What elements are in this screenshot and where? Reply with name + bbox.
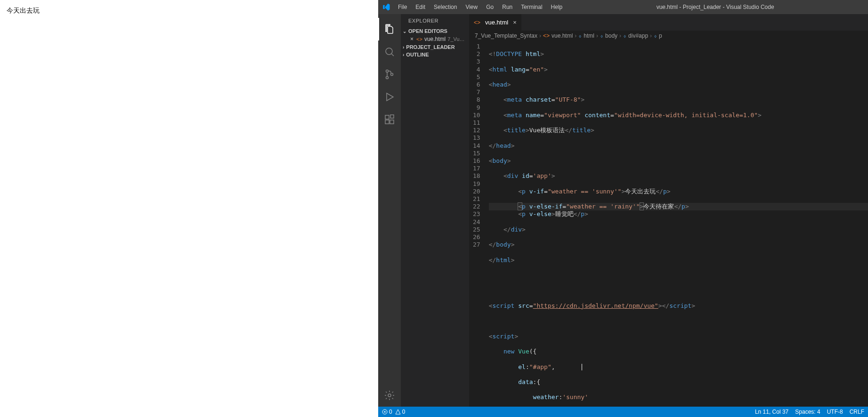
svg-point-2 <box>386 77 389 79</box>
activity-extensions-icon[interactable] <box>378 108 401 131</box>
svg-rect-7 <box>390 115 394 118</box>
status-encoding[interactable]: UTF-8 <box>827 409 843 415</box>
tab-bar: <> vue.html × <box>469 14 868 31</box>
window-title: vue.html - Project_Leader - Visual Studi… <box>566 4 864 10</box>
section-outline[interactable]: ›OUTLINE <box>401 51 469 58</box>
html-file-icon: <> <box>474 19 480 26</box>
activity-scm-icon[interactable] <box>378 63 401 86</box>
status-eol[interactable]: CRLF <box>850 409 864 415</box>
chevron-right-icon: › <box>403 45 404 50</box>
menu-bar: File Edit Selection View Go Run Terminal… <box>394 2 566 12</box>
svg-rect-4 <box>385 115 389 119</box>
crumb-file: <>vue.html <box>543 32 573 39</box>
menu-run[interactable]: Run <box>498 2 516 12</box>
svg-rect-6 <box>390 120 394 124</box>
breadcrumb[interactable]: 7_Vue_Template_Syntax› <>vue.html› ⬨html… <box>469 31 868 41</box>
editor-area: <> vue.html × 7_Vue_Template_Syntax› <>v… <box>469 14 868 407</box>
activity-settings-icon[interactable] <box>378 384 401 407</box>
activity-bar <box>378 14 401 407</box>
browser-preview-pane: 今天出去玩 <box>0 0 378 417</box>
crumb-folder: 7_Vue_Template_Syntax <box>475 32 537 39</box>
tag-icon: ⬨ <box>654 32 657 39</box>
svg-point-8 <box>388 394 391 397</box>
line-numbers: 1234567891011121314151617181920212223242… <box>469 41 489 407</box>
activity-debug-icon[interactable] <box>378 86 401 108</box>
menu-go[interactable]: Go <box>482 2 497 12</box>
status-bar: 0 0 Ln 11, Col 37 Spaces: 4 UTF-8 CRLF <box>378 407 868 417</box>
tag-icon: ⬨ <box>623 32 626 39</box>
text-cursor <box>582 364 582 370</box>
tab-vue-html[interactable]: <> vue.html × <box>469 14 521 31</box>
crumb-p: ⬨p <box>654 32 662 39</box>
html-file-icon: <> <box>543 32 550 39</box>
svg-point-1 <box>386 70 389 72</box>
section-open-editors[interactable]: ⌄OPEN EDITORS <box>401 27 469 35</box>
close-icon[interactable]: × <box>410 36 414 42</box>
preview-text: 今天出去玩 <box>7 7 40 14</box>
html-file-icon: <> <box>416 36 422 42</box>
tab-label: vue.html <box>485 19 508 26</box>
menu-file[interactable]: File <box>394 2 411 12</box>
crumb-div: ⬨div#app <box>623 32 648 39</box>
crumb-html: ⬨html <box>578 32 594 39</box>
chevron-down-icon: ⌄ <box>403 29 406 34</box>
open-editor-item[interactable]: × <> vue.html 7_Vue_Te... <box>401 35 469 43</box>
menu-terminal[interactable]: Terminal <box>517 2 546 12</box>
chevron-right-icon: › <box>403 52 404 57</box>
open-editor-filename: vue.html <box>424 36 446 42</box>
code-content[interactable]: <!DOCTYPE html> <html lang="en"> <head> … <box>489 41 868 407</box>
crumb-body: ⬨body <box>600 32 617 39</box>
menu-view[interactable]: View <box>462 2 481 12</box>
activity-search-icon[interactable] <box>378 40 401 63</box>
tag-icon: ⬨ <box>578 32 582 39</box>
status-ln-col[interactable]: Ln 11, Col 37 <box>755 409 788 415</box>
sidebar: EXPLORER ⌄OPEN EDITORS × <> vue.html 7_V… <box>401 14 469 407</box>
svg-point-0 <box>386 48 392 55</box>
svg-rect-5 <box>385 120 389 124</box>
vscode-logo-icon <box>382 3 390 11</box>
activity-explorer-icon[interactable] <box>378 18 401 40</box>
menu-edit[interactable]: Edit <box>412 2 429 12</box>
vscode-window: File Edit Selection View Go Run Terminal… <box>378 0 868 417</box>
status-spaces[interactable]: Spaces: 4 <box>795 409 820 415</box>
section-project[interactable]: ›PROJECT_LEADER <box>401 43 469 51</box>
titlebar: File Edit Selection View Go Run Terminal… <box>378 0 868 14</box>
tab-close-icon[interactable]: × <box>513 19 517 26</box>
menu-help[interactable]: Help <box>547 2 567 12</box>
status-errors[interactable]: 0 <box>382 409 392 415</box>
menu-selection[interactable]: Selection <box>430 2 461 12</box>
status-warnings[interactable]: 0 <box>395 409 406 415</box>
svg-point-3 <box>391 73 393 76</box>
open-editor-path: 7_Vue_Te... <box>447 36 465 42</box>
sidebar-header: EXPLORER <box>401 14 469 27</box>
tag-icon: ⬨ <box>600 32 603 39</box>
code-editor[interactable]: 1234567891011121314151617181920212223242… <box>469 41 868 407</box>
